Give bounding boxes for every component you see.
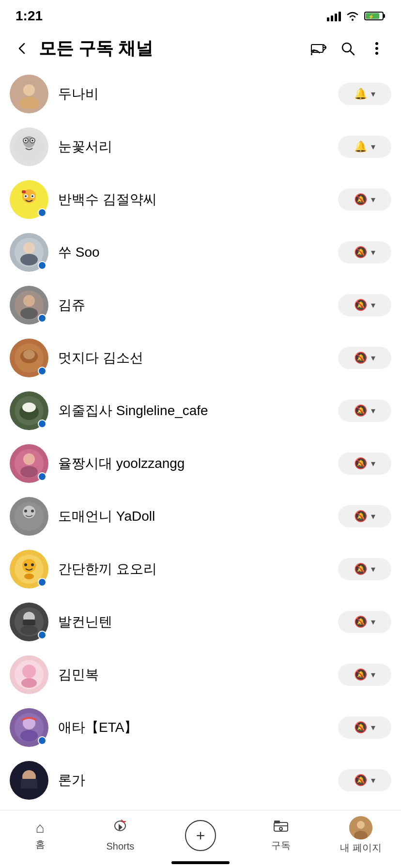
notification-button[interactable]: 🔕 ▾: [338, 452, 391, 475]
status-icons: ⚡: [327, 11, 386, 21]
cast-button[interactable]: [306, 36, 331, 61]
svg-point-28: [23, 242, 35, 254]
chevron-down-icon: ▾: [371, 300, 375, 310]
notification-button[interactable]: 🔕 ▾: [338, 769, 391, 791]
svg-point-19: [31, 140, 33, 141]
svg-point-69: [357, 821, 365, 829]
list-item[interactable]: 외줄집사 Singleline_cafe 🔕 ▾: [10, 385, 391, 437]
svg-point-11: [375, 52, 378, 55]
nav-mypage[interactable]: 내 페이지: [321, 816, 401, 854]
bell-icon: 🔔: [354, 88, 367, 100]
nav-home-label: 홈: [35, 838, 45, 851]
svg-point-29: [20, 254, 38, 265]
avatar: [10, 391, 48, 430]
notification-button[interactable]: 🔕 ▾: [338, 716, 391, 739]
list-item[interactable]: 김민복 🔕 ▾: [10, 649, 391, 701]
list-item[interactable]: 두나비 🔔 ▾: [10, 68, 391, 121]
back-button[interactable]: [12, 38, 33, 59]
svg-point-60: [20, 730, 38, 742]
list-item[interactable]: 멋지다 김소선 🔕 ▾: [10, 332, 391, 385]
svg-text:⚡: ⚡: [368, 14, 374, 20]
nav-create[interactable]: +: [160, 820, 241, 851]
channel-name: 멋지다 김소선: [58, 349, 328, 367]
new-content-dot: [38, 578, 46, 587]
new-content-dot: [38, 631, 46, 639]
avatar: [10, 444, 48, 483]
svg-line-8: [350, 51, 354, 55]
nav-shorts[interactable]: Shorts: [80, 819, 161, 852]
notification-button[interactable]: 🔕 ▾: [338, 505, 391, 527]
svg-rect-22: [22, 190, 26, 193]
notification-button[interactable]: 🔕 ▾: [338, 611, 391, 633]
channel-list: 두나비 🔔 ▾ 눈꽃서리 🔔 ▾: [0, 68, 401, 868]
svg-point-9: [375, 42, 378, 45]
channel-name: 쑤 Soo: [58, 243, 328, 262]
avatar: [10, 761, 48, 800]
notification-button[interactable]: 🔕 ▾: [338, 400, 391, 422]
list-item[interactable]: 애타【ETA】 🔕 ▾: [10, 701, 391, 754]
list-item[interactable]: 반백수 김절약씨 🔕 ▾: [10, 173, 391, 226]
chevron-down-icon: ▾: [371, 458, 375, 469]
notification-button[interactable]: 🔕 ▾: [338, 241, 391, 264]
bell-icon: 🔕: [354, 563, 367, 575]
avatar: [10, 655, 48, 694]
plus-icon: +: [196, 828, 205, 843]
home-indicator: [171, 861, 230, 864]
avatar: [10, 497, 48, 536]
notification-button[interactable]: 🔕 ▾: [338, 664, 391, 686]
svg-point-10: [375, 47, 378, 50]
chevron-down-icon: ▾: [371, 141, 375, 152]
svg-rect-53: [23, 620, 35, 625]
page-title: 모든 구독 채널: [39, 37, 300, 61]
bell-icon: 🔕: [354, 457, 367, 470]
chevron-down-icon: ▾: [371, 405, 375, 416]
search-button[interactable]: [335, 36, 360, 61]
svg-rect-63: [21, 779, 37, 789]
svg-point-6: [311, 53, 312, 55]
channel-name: 론가: [58, 771, 328, 790]
bell-active-icon: 🔔: [354, 140, 367, 153]
list-item[interactable]: 도매언니 YaDoll 🔕 ▾: [10, 490, 391, 543]
more-button[interactable]: [364, 36, 389, 61]
notification-button[interactable]: 🔕 ▾: [338, 294, 391, 316]
bell-icon: 🔕: [354, 404, 367, 417]
create-button[interactable]: +: [185, 820, 216, 851]
channel-name: 반백수 김절약씨: [58, 190, 328, 209]
bell-icon: 🔕: [354, 510, 367, 523]
list-item[interactable]: 눈꽃서리 🔔 ▾: [10, 121, 391, 173]
list-item[interactable]: 율짱시대 yoolzzangg 🔕 ▾: [10, 437, 391, 490]
nav-subscribe-label: 구독: [271, 839, 291, 852]
svg-point-0: [352, 19, 354, 21]
list-item[interactable]: 쑤 Soo 🔕 ▾: [10, 226, 391, 279]
svg-point-25: [25, 195, 27, 197]
notification-button[interactable]: 🔕 ▾: [338, 558, 391, 580]
nav-subscribe[interactable]: 구독: [241, 819, 321, 852]
notification-button[interactable]: 🔕 ▾: [338, 188, 391, 211]
channel-name: 외줄집사 Singleline_cafe: [58, 402, 328, 420]
list-item[interactable]: 론가 🔕 ▾: [10, 754, 391, 807]
list-item[interactable]: 김쥬 🔕 ▾: [10, 279, 391, 332]
svg-point-50: [24, 574, 34, 579]
bell-icon: 🔕: [354, 193, 367, 206]
avatar: [10, 286, 48, 325]
chevron-down-icon: ▾: [371, 617, 375, 627]
new-content-dot: [38, 367, 46, 375]
notification-button[interactable]: 🔔 ▾: [338, 136, 391, 158]
new-content-dot: [38, 261, 46, 270]
chevron-down-icon: ▾: [371, 511, 375, 522]
svg-point-40: [23, 453, 35, 465]
chevron-down-icon: ▾: [371, 89, 375, 99]
avatar: [10, 127, 48, 166]
channel-name: 김민복: [58, 666, 328, 684]
svg-point-49: [31, 563, 34, 566]
list-item[interactable]: 발컨닌텐 🔕 ▾: [10, 596, 391, 649]
channel-name: 율짱시대 yoolzzangg: [58, 454, 328, 473]
bell-icon: 🔕: [354, 721, 367, 734]
nav-home[interactable]: ⌂ 홈: [0, 820, 80, 851]
list-item[interactable]: 간단한끼 요오리 🔕 ▾: [10, 543, 391, 596]
notification-button[interactable]: 🔔 ▾: [338, 83, 391, 105]
chevron-down-icon: ▾: [371, 669, 375, 680]
notification-button[interactable]: 🔕 ▾: [338, 347, 391, 369]
channel-name: 도매언니 YaDoll: [58, 507, 328, 526]
chevron-down-icon: ▾: [371, 722, 375, 733]
